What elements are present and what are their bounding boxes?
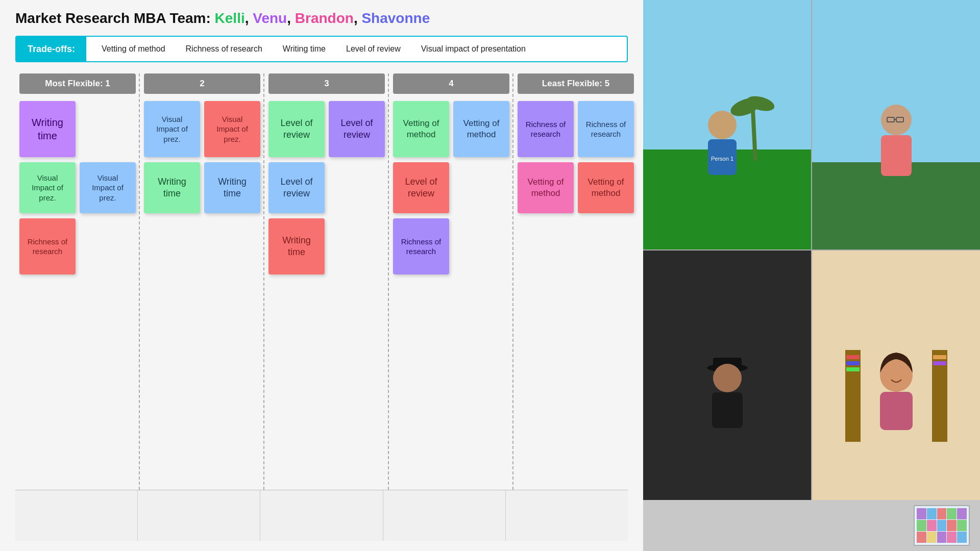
col-header-4: 4 xyxy=(393,73,509,94)
sticky-row: Writing time xyxy=(19,101,136,157)
svg-point-3 xyxy=(708,111,737,139)
title-prefix: Market Research MBA Team: xyxy=(15,10,215,26)
svg-rect-19 xyxy=(846,367,860,371)
sticky-row: Level of review xyxy=(268,162,385,213)
thumbnail-content xyxy=(915,506,969,545)
sticky-row: Richness of research xyxy=(393,218,509,274)
sticky-vetting-4a[interactable]: Vetting of method xyxy=(393,101,449,157)
tradeoffs-items: Vetting of method Richness of research W… xyxy=(86,44,541,54)
bottom-cell-2 xyxy=(138,490,260,541)
sticky-vetting-5a[interactable]: Vetting of method xyxy=(518,162,574,213)
col-header-5: Least Flexible: 5 xyxy=(518,73,634,94)
sticky-visual-impact-2b[interactable]: Visual Impact of prez. xyxy=(204,101,260,157)
sticky-row: Level of review Level of review xyxy=(268,101,385,157)
main-content: Market Research MBA Team: Kelli, Venu, B… xyxy=(0,0,643,551)
sticky-row: Writing time xyxy=(268,218,385,274)
column-1: Most Flexible: 1 Writing time Visual Imp… xyxy=(15,73,140,490)
person-silhouette-1: Person 1 xyxy=(676,59,778,191)
bottom-cell-4 xyxy=(383,490,505,541)
bottom-cell-1 xyxy=(15,490,137,541)
video-cell-2 xyxy=(812,0,980,249)
sticky-visual-impact-1a[interactable]: Visual Impact of prez. xyxy=(19,162,76,213)
column-2: 2 Visual Impact of prez. Visual Impact o… xyxy=(140,73,264,490)
svg-rect-20 xyxy=(933,355,946,359)
svg-line-0 xyxy=(753,110,755,161)
sticky-vetting-4b[interactable]: Vetting of method xyxy=(453,101,509,157)
name-venu: Venu xyxy=(253,10,287,26)
svg-rect-18 xyxy=(846,361,860,365)
sticky-visual-impact-1b[interactable]: Visual Impact of prez. xyxy=(80,162,136,213)
video-cell-4 xyxy=(812,251,980,500)
sticky-writing-time-3[interactable]: Writing time xyxy=(268,218,325,274)
person-silhouette-4 xyxy=(845,309,947,442)
svg-rect-17 xyxy=(846,355,860,359)
video-cell-1: Person 1 xyxy=(643,0,811,249)
column-5: Least Flexible: 5 Richness of research R… xyxy=(513,73,638,490)
tradeoff-item-1: Vetting of method xyxy=(102,44,165,54)
sticky-level-review-3a[interactable]: Level of review xyxy=(268,101,325,157)
sticky-row: Richness of research Richness of researc… xyxy=(518,101,634,157)
sticky-level-review-4[interactable]: Level of review xyxy=(393,162,449,213)
svg-rect-14 xyxy=(712,392,743,428)
tradeoff-item-4: Level of review xyxy=(346,44,401,54)
tradeoffs-bar: Trade-offs: Vetting of method Richness o… xyxy=(15,36,628,62)
column-4: 4 Vetting of method Vetting of method Le… xyxy=(389,73,513,490)
name-shavonne: Shavonne xyxy=(361,10,430,26)
sticky-row: Vetting of method Vetting of method xyxy=(393,101,509,157)
bottom-grid xyxy=(15,490,628,541)
svg-rect-7 xyxy=(881,135,912,176)
col-header-1: Most Flexible: 1 xyxy=(19,73,136,94)
columns-area: Most Flexible: 1 Writing time Visual Imp… xyxy=(15,73,628,490)
tradeoff-item-2: Richness of research xyxy=(186,44,262,54)
column-3: 3 Level of review Level of review Level … xyxy=(264,73,389,490)
sticky-richness-1[interactable]: Richness of research xyxy=(19,218,76,274)
sticky-richness-5b[interactable]: Richness of research xyxy=(578,101,634,157)
video-cell-3 xyxy=(643,251,811,500)
col-header-3: 3 xyxy=(268,73,385,94)
sticky-row: Richness of research xyxy=(19,218,136,274)
bottom-cell-5 xyxy=(506,490,628,541)
sticky-row: Level of review xyxy=(393,162,509,213)
sticky-row: Visual Impact of prez. Visual Impact of … xyxy=(19,162,136,213)
sticky-row: Writing time Writing time xyxy=(144,162,260,213)
sticky-visual-impact-2a[interactable]: Visual Impact of prez. xyxy=(144,101,200,157)
svg-rect-21 xyxy=(933,361,946,365)
right-panel: Person 1 xyxy=(643,0,980,551)
bottom-bar xyxy=(643,500,980,551)
tradeoff-item-5: Visual impact of presentation xyxy=(421,44,526,54)
col-header-2: 2 xyxy=(144,73,260,94)
sticky-row: Vetting of method Vetting of method xyxy=(518,162,634,213)
name-kelli: Kelli xyxy=(215,10,245,26)
person-silhouette-3 xyxy=(676,309,778,442)
sticky-row: Visual Impact of prez. Visual Impact of … xyxy=(144,101,260,157)
slide-thumbnail[interactable] xyxy=(914,505,970,546)
sticky-richness-4[interactable]: Richness of research xyxy=(393,218,449,274)
sticky-writing-time-2a[interactable]: Writing time xyxy=(144,162,200,213)
sticky-richness-5a[interactable]: Richness of research xyxy=(518,101,574,157)
tradeoff-item-3: Writing time xyxy=(283,44,326,54)
tradeoffs-label: Trade-offs: xyxy=(16,37,86,61)
sticky-writing-time-1[interactable]: Writing time xyxy=(19,101,76,157)
video-grid: Person 1 xyxy=(643,0,980,500)
person-silhouette-2 xyxy=(845,59,947,191)
name-brandon: Brandon xyxy=(295,10,354,26)
svg-point-13 xyxy=(713,364,742,392)
slide-title: Market Research MBA Team: Kelli, Venu, B… xyxy=(15,10,628,27)
svg-text:Person 1: Person 1 xyxy=(710,156,733,162)
sticky-level-review-3c[interactable]: Level of review xyxy=(268,162,325,213)
bottom-cell-3 xyxy=(260,490,382,541)
svg-rect-23 xyxy=(880,392,913,430)
sticky-vetting-5b[interactable]: Vetting of method xyxy=(578,162,634,213)
sticky-writing-time-2b[interactable]: Writing time xyxy=(204,162,260,213)
sticky-level-review-3b[interactable]: Level of review xyxy=(329,101,385,157)
